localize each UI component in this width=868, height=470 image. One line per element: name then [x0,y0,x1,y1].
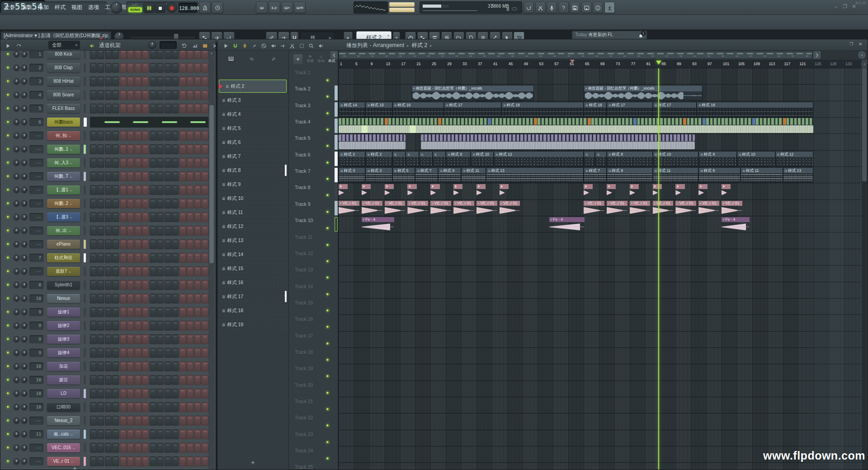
step-cell[interactable] [135,294,142,304]
step-option-button[interactable]: Ш+ [281,2,293,13]
step-cell[interactable] [90,334,97,344]
channel-volume-knob[interactable] [21,282,27,288]
step-cell[interactable] [187,389,193,399]
step-cell[interactable] [142,294,149,304]
step-cell[interactable] [179,321,186,331]
step-cell[interactable] [187,253,193,263]
step-cell[interactable] [120,144,127,154]
step-cell[interactable] [120,375,127,385]
step-cell[interactable] [187,321,193,331]
step-cell[interactable] [112,375,119,385]
step-cell[interactable] [97,361,104,371]
step-cell[interactable] [202,456,208,466]
step-cell[interactable] [127,104,134,114]
main-volume-knob[interactable] [111,2,122,13]
step-cell[interactable] [172,361,179,371]
step-cell[interactable] [150,443,156,453]
step-cell[interactable] [135,144,142,154]
step-cell[interactable] [150,144,156,154]
step-cell[interactable] [105,266,112,276]
step-cell[interactable] [97,144,104,154]
channel-pan-knob[interactable] [14,295,19,301]
step-cell[interactable] [202,307,208,317]
step-cell[interactable] [172,294,179,304]
step-cell[interactable] [179,239,186,249]
step-cell[interactable] [97,253,104,263]
mixer-route-box[interactable]: 9 [29,335,43,343]
stab-clip[interactable]: ⏵ [453,184,462,196]
step-cell[interactable] [127,375,134,385]
mixer-route-box[interactable]: 2 [29,64,43,72]
channel-button[interactable]: 何鹏..T↔ [47,172,80,181]
channel-led[interactable] [6,107,9,110]
step-cell[interactable] [127,389,134,399]
step-cell[interactable] [150,280,156,290]
step-cell[interactable] [127,90,134,100]
step-cell[interactable] [194,361,201,371]
stab-clip[interactable]: ⏵ [476,184,486,196]
step-cell[interactable] [202,429,208,439]
step-cell[interactable] [202,104,208,114]
step-cell[interactable] [157,266,164,276]
channel-volume-knob[interactable] [21,119,27,125]
mixer-route-box[interactable]: -- [29,132,43,140]
step-cell[interactable] [120,416,127,426]
step-cell[interactable] [194,389,201,399]
step-cell[interactable] [135,212,142,222]
step-cell[interactable] [172,199,179,209]
step-cell[interactable] [157,171,164,181]
channel-mute-strip[interactable] [84,63,86,72]
channel-button[interactable]: 【..渡3↔ [47,213,80,222]
step-cell[interactable] [165,171,171,181]
step-cell[interactable] [90,90,97,100]
quest-button[interactable] [558,2,569,13]
step-cell[interactable] [97,185,104,195]
audio-clip[interactable]: ⏵南宫嘉骏 - 回忆总想哭（何鹏）_vocals [411,85,534,100]
step-cell[interactable] [127,226,134,236]
step-cell[interactable] [157,131,164,141]
step-cell[interactable] [202,226,208,236]
step-cell[interactable] [90,158,97,168]
step-cell[interactable] [105,158,112,168]
step-cell[interactable] [97,226,104,236]
step-cell[interactable] [127,171,134,181]
channel-volume-knob[interactable] [21,78,27,84]
step-cell[interactable] [179,456,186,466]
channel-mute-strip[interactable] [84,335,86,344]
step-cell[interactable] [112,51,119,59]
step-cell[interactable] [142,361,149,371]
step-cell[interactable] [194,294,201,304]
step-cell[interactable] [179,104,186,114]
step-cell[interactable] [179,199,186,209]
step-cell[interactable] [105,226,112,236]
step-cell[interactable] [142,63,149,73]
channel-led[interactable] [6,134,9,137]
stab-clip[interactable]: ⏵ [339,184,348,196]
step-cell[interactable] [142,416,149,426]
step-cell[interactable] [157,429,164,439]
pattern-clip[interactable]: ≣样式 2 [339,151,365,166]
step-cell[interactable] [97,51,104,59]
channel-mute-strip[interactable] [84,226,86,235]
channel-pan-knob[interactable] [14,65,19,71]
step-cell[interactable] [157,144,164,154]
step-cell[interactable] [90,76,97,86]
step-cell[interactable] [172,375,179,385]
channel-button[interactable]: 南..cals↔ [47,430,80,439]
step-cell[interactable] [202,185,208,195]
step-cell[interactable] [165,51,171,59]
step-cell[interactable] [120,76,127,86]
channel-mute-strip[interactable] [84,213,86,222]
step-cell[interactable] [120,443,127,453]
step-cell[interactable] [135,361,142,371]
pat-song-toggle[interactable]: PATSONG [128,3,142,13]
stab-clip[interactable]: ⏵ [698,184,708,196]
step-cell[interactable] [105,185,112,195]
step-cell[interactable] [179,375,186,385]
step-cell[interactable] [135,76,142,86]
step-cell[interactable] [120,294,127,304]
step-cell[interactable] [165,131,171,141]
step-cell[interactable] [179,76,186,86]
step-cell[interactable] [150,429,156,439]
channel-led[interactable] [6,256,9,259]
